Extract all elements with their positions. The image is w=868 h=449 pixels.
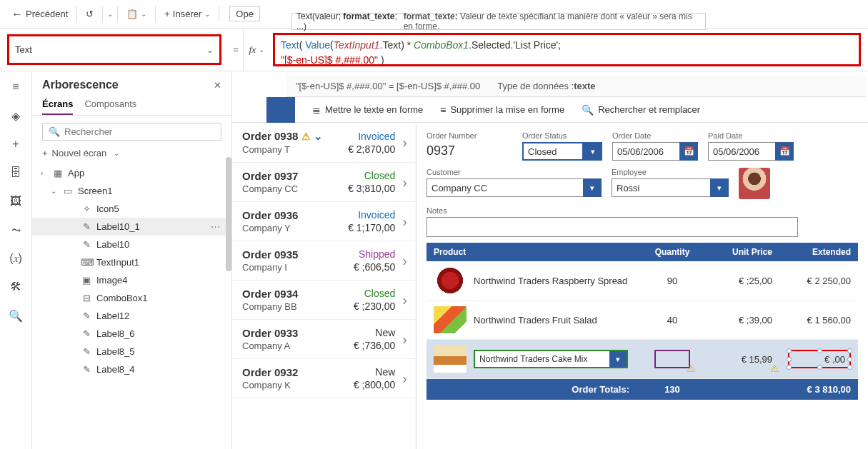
- chevron-right-icon[interactable]: ›: [399, 292, 407, 308]
- order-amount: € ;606,50: [354, 261, 395, 273]
- product-row[interactable]: Northwind Traders Raspberry Spread90€ ;2…: [426, 261, 858, 301]
- product-row[interactable]: Northwind Traders Fruit Salad40€ ;39,00€…: [426, 301, 858, 340]
- order-card[interactable]: Order 0933Company ANew€ ;736,00›: [232, 320, 416, 359]
- tree-item[interactable]: ⌨TextInput1: [32, 253, 231, 271]
- remove-format-button[interactable]: ≡Supprimer la mise en forme: [440, 104, 564, 116]
- notes-input[interactable]: [426, 217, 798, 237]
- order-card[interactable]: Order 0936Company YInvoiced€ 1;170,00›: [232, 202, 416, 241]
- chevron-right-icon[interactable]: ›: [399, 213, 407, 230]
- calendar-icon[interactable]: 📅: [679, 142, 698, 161]
- tree-search[interactable]: 🔍: [42, 123, 221, 141]
- employee-combo[interactable]: Rossi ▾: [612, 178, 729, 197]
- customer-combo[interactable]: Company CC ▾: [426, 178, 602, 197]
- format-text-button[interactable]: ≣Mettre le texte en forme: [312, 104, 423, 116]
- tree-item[interactable]: ✎Label8_4: [32, 360, 231, 378]
- order-card[interactable]: Order 0935Company IShipped€ ;606,50›: [232, 241, 416, 281]
- layers-icon[interactable]: ◈: [6, 106, 26, 126]
- order-card[interactable]: Order 0938 ⚠ ⌄Company TInvoiced€ 2;870,0…: [232, 123, 416, 163]
- plus-icon[interactable]: +: [6, 134, 26, 154]
- product-combo[interactable]: Northwind Traders Cake Mix ▾: [474, 350, 628, 368]
- chevron-down-icon[interactable]: ▾: [609, 350, 628, 368]
- calendar-icon[interactable]: 📅: [775, 142, 794, 161]
- resize-handle[interactable]: [847, 348, 852, 353]
- close-icon[interactable]: ✕: [214, 80, 221, 91]
- tools-icon[interactable]: 🛠: [6, 277, 26, 297]
- tree-item[interactable]: ✧Icon5: [32, 200, 231, 218]
- insert-button[interactable]: + Insérer ⌄: [160, 6, 214, 22]
- open-button[interactable]: Ope: [229, 6, 260, 21]
- scrollbar[interactable]: [226, 157, 231, 271]
- expand-icon[interactable]: ⌄: [51, 187, 58, 195]
- tab-screens[interactable]: Écrans: [42, 94, 73, 115]
- control-type-icon: ✎: [81, 221, 92, 232]
- resize-handle[interactable]: [787, 365, 792, 370]
- fx-button[interactable]: fx ⌄: [243, 29, 270, 71]
- chevron-right-icon[interactable]: ›: [399, 370, 407, 387]
- resize-handle[interactable]: [847, 365, 852, 370]
- order-card[interactable]: Order 0934Company BBClosed€ ;230,00›: [232, 281, 416, 320]
- resize-handle[interactable]: [787, 357, 792, 362]
- field-customer: Customer Company CC ▾: [426, 168, 602, 199]
- tree-item[interactable]: ✎Label12: [32, 307, 231, 325]
- tree-item[interactable]: ⌄▭Screen1: [32, 182, 231, 200]
- tree-item-label: Icon5: [96, 203, 119, 214]
- property-selector[interactable]: Text ⌄: [7, 34, 221, 65]
- chevron-down-icon[interactable]: ▾: [583, 178, 602, 197]
- search-input[interactable]: [64, 126, 215, 137]
- resize-handle[interactable]: [817, 365, 822, 370]
- order-date-input[interactable]: 05/06/2006 📅: [612, 142, 698, 161]
- chevron-right-icon[interactable]: ›: [399, 253, 407, 269]
- tree-panel: Arborescence ✕ Écrans Composants 🔍 + Nou…: [32, 71, 232, 449]
- find-replace-button[interactable]: 🔍Rechercher et remplacer: [582, 104, 700, 116]
- clipboard-icon: 📋: [126, 9, 138, 19]
- hamburger-icon[interactable]: ≡: [6, 77, 26, 97]
- product-row-editing[interactable]: Northwind Traders Cake Mix ▾ ⚠ € 15,99 €…: [426, 340, 858, 379]
- search-icon[interactable]: 🔍: [6, 306, 26, 326]
- resize-handle[interactable]: [847, 357, 852, 362]
- quantity-cell: 40: [644, 315, 701, 326]
- undo-button[interactable]: ↺: [81, 6, 98, 22]
- canvas: ≣Mettre le texte en forme ≡Supprimer la …: [232, 97, 868, 449]
- tree-item[interactable]: ⊟ComboBox1: [32, 289, 231, 307]
- variables-icon[interactable]: (𝑥): [6, 248, 26, 268]
- tree-item[interactable]: ▣Image4: [32, 271, 231, 289]
- new-screen-button[interactable]: + Nouvel écran ⌄: [32, 145, 231, 161]
- orders-list[interactable]: Order 0938 ⚠ ⌄Company TInvoiced€ 2;870,0…: [232, 123, 416, 449]
- paid-date-input[interactable]: 05/06/2006 📅: [708, 142, 794, 161]
- paste-button[interactable]: 📋⌄: [122, 6, 151, 22]
- media-icon[interactable]: 🖼: [6, 191, 26, 211]
- chevron-right-icon[interactable]: ›: [399, 174, 407, 191]
- insert-label: Insérer: [173, 9, 201, 19]
- more-icon[interactable]: ⋯: [211, 221, 226, 232]
- order-card[interactable]: Order 0932Company KNew€ ;800,00›: [232, 359, 416, 398]
- extended-cell: € 2 250,00: [772, 276, 851, 286]
- tree-item[interactable]: ✎Label10_1⋯: [32, 218, 231, 236]
- format-icon: ≣: [312, 104, 321, 116]
- tree-item[interactable]: ✎Label10: [32, 236, 231, 253]
- extended-label-selected[interactable]: € ,00: [788, 350, 851, 368]
- chevron-down-icon[interactable]: ▾: [710, 178, 729, 197]
- tab-components[interactable]: Composants: [84, 94, 136, 115]
- chevron-right-icon[interactable]: ›: [399, 331, 407, 348]
- warning-icon: ⚠: [301, 131, 311, 142]
- flow-icon[interactable]: ⤳: [6, 220, 26, 240]
- products-header: Product Quantity Unit Price Extended: [426, 243, 858, 261]
- tree-item[interactable]: ›▦App: [32, 164, 231, 182]
- order-card[interactable]: Order 0937Company CCClosed€ 3;810,00›: [232, 163, 416, 202]
- data-icon[interactable]: 🗄: [6, 163, 26, 183]
- expand-icon[interactable]: ›: [41, 169, 48, 177]
- chevron-right-icon[interactable]: ›: [399, 134, 407, 151]
- resize-handle[interactable]: [817, 348, 822, 353]
- order-company: Company I: [242, 262, 349, 273]
- resize-handle[interactable]: [787, 348, 792, 353]
- control-type-icon: ✎: [81, 346, 92, 357]
- back-button[interactable]: ← Précédent: [7, 5, 72, 24]
- order-status-combo[interactable]: Closed ▾: [522, 142, 602, 161]
- chevron-down-icon[interactable]: ⌄: [107, 10, 113, 18]
- tree-item[interactable]: ✎Label8_6: [32, 325, 231, 343]
- tree-item[interactable]: ✎Label8_5: [32, 343, 231, 360]
- quantity-input[interactable]: [654, 350, 690, 368]
- separator: [117, 6, 118, 22]
- chevron-down-icon[interactable]: ▾: [584, 142, 602, 161]
- formula-bar[interactable]: Text( Value(TextInput1.Text) * ComboBox1…: [273, 33, 861, 66]
